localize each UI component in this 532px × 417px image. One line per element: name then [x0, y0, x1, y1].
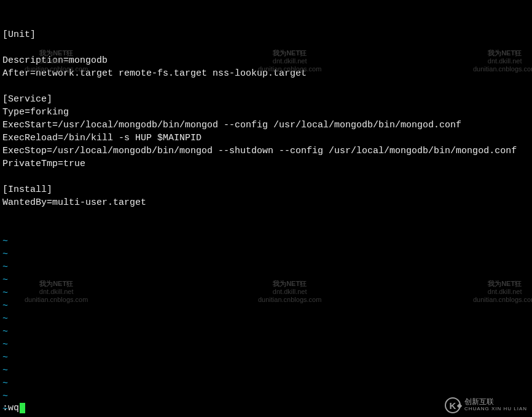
tilde-line: ~: [2, 351, 530, 364]
tilde-line: ~: [2, 287, 530, 300]
file-line: [Unit]: [2, 28, 530, 41]
command-text: :wq: [2, 402, 19, 415]
vim-command-line[interactable]: :wq: [2, 402, 25, 415]
file-line: ExecStop=/usr/local/mongodb/bin/mongod -…: [2, 145, 530, 157]
tilde-line: ~: [2, 338, 530, 351]
tilde-line: ~: [2, 312, 530, 325]
tilde-line: ~: [2, 403, 530, 416]
cursor-block: [20, 403, 25, 413]
file-line: [2, 80, 530, 93]
file-content: [Unit]Description=mongodbAfter=network.t…: [2, 28, 530, 209]
tilde-line: ~: [2, 364, 530, 377]
file-line: [2, 170, 530, 183]
file-line: [Install]: [2, 183, 530, 196]
tilde-line: ~: [2, 300, 530, 312]
tilde-line: ~: [2, 235, 530, 248]
tilde-line: ~: [2, 377, 530, 390]
file-line: ExecStart=/usr/local/mongodb/bin/mongod …: [2, 119, 530, 132]
file-line: Type=forking: [2, 106, 530, 119]
file-line: PrivateTmp=true: [2, 157, 530, 170]
tilde-line: ~: [2, 248, 530, 261]
file-line: ExecReload=/bin/kill -s HUP $MAINPID: [2, 132, 530, 145]
file-line: [Service]: [2, 93, 530, 106]
file-line: Description=mongodb: [2, 54, 530, 67]
file-line: WantedBy=multi-user.target: [2, 196, 530, 209]
tilde-line: ~: [2, 390, 530, 403]
file-line: After=network.target remote-fs.target ns…: [2, 67, 530, 80]
tilde-line: ~: [2, 261, 530, 274]
tilde-line: ~: [2, 274, 530, 287]
terminal-editor[interactable]: [Unit]Description=mongodbAfter=network.t…: [0, 0, 532, 417]
empty-lines: ~~~~~~~~~~~~~~~: [2, 235, 530, 417]
tilde-line: ~: [2, 325, 530, 338]
file-line: [2, 41, 530, 54]
